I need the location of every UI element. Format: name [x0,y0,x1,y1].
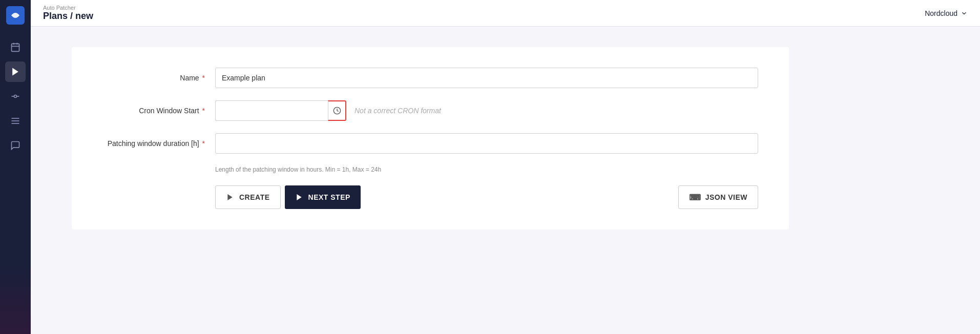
clock-icon [333,107,341,115]
create-button[interactable]: CREATE [215,185,281,209]
cron-input[interactable] [215,100,328,121]
json-view-label: JSON VIEW [705,193,747,201]
svg-rect-1 [12,44,19,51]
cron-row: Cron Window Start * Not a correct CRON f… [102,100,758,121]
sidebar-item-calendar[interactable] [5,37,26,57]
chevron-down-icon [961,10,968,17]
svg-marker-14 [297,194,301,200]
create-label: CREATE [239,193,270,201]
svg-marker-13 [227,194,232,200]
cron-icon-button[interactable] [328,100,346,121]
json-view-button[interactable]: ⌨ JSON VIEW [678,185,758,209]
content-area: Name * Cron Window Start * [31,27,980,334]
name-input[interactable] [215,68,758,88]
svg-point-6 [14,95,17,98]
helper-spacer [102,166,215,173]
app-name: Auto Patcher [43,5,93,11]
arrow-right-icon [295,193,303,201]
buttons-row: CREATE NEXT STEP ⌨ JSON VIEW [102,185,758,209]
helper-text: Length of the patching window in hours. … [215,166,381,173]
header: Auto Patcher Plans / new Nordcloud [31,0,980,27]
user-name: Nordcloud [925,9,957,17]
header-left: Auto Patcher Plans / new [43,5,93,22]
sidebar-item-step[interactable] [5,86,26,107]
helper-row: Length of the patching window in hours. … [102,166,758,173]
form-section: Name * Cron Window Start * [72,47,789,229]
cron-error-message: Not a correct CRON format [355,107,441,115]
sidebar-item-chat[interactable] [5,135,26,156]
duration-input[interactable] [215,133,758,154]
cron-label: Cron Window Start * [102,107,215,115]
terminal-icon: ⌨ [689,193,701,202]
buttons-flex: CREATE NEXT STEP ⌨ JSON VIEW [215,185,758,209]
name-row: Name * [102,68,758,88]
page-title: Plans / new [43,11,93,22]
app-logo[interactable] [6,6,25,25]
sidebar [0,0,31,334]
svg-marker-5 [12,68,18,76]
user-menu[interactable]: Nordcloud [925,9,968,17]
play-icon [226,193,234,201]
sidebar-item-play[interactable] [5,61,26,82]
next-step-button[interactable]: NEXT STEP [285,185,361,209]
cron-input-wrapper: Not a correct CRON format [215,100,758,121]
duration-row: Patching window duration [h] * [102,133,758,154]
main-area: Auto Patcher Plans / new Nordcloud Name … [31,0,980,334]
next-step-label: NEXT STEP [308,193,350,201]
name-label: Name * [102,74,215,82]
duration-label: Patching window duration [h] * [102,139,215,148]
sidebar-item-list[interactable] [5,111,26,131]
